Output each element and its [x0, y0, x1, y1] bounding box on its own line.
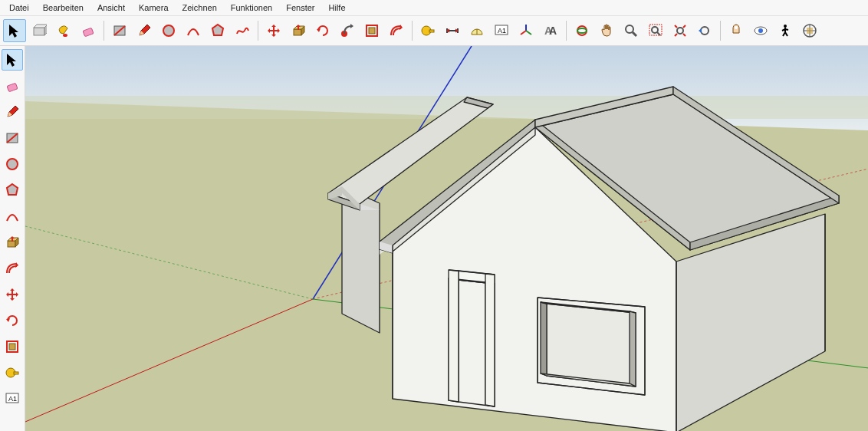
menu-bar: Datei Bearbeiten Ansicht Kamera Zeichnen…	[0, 0, 868, 16]
eraser-icon	[5, 78, 20, 94]
menu-datei[interactable]: Datei	[3, 2, 35, 14]
look-around[interactable]	[749, 19, 772, 42]
rotate-icon	[315, 23, 330, 38]
section-icon	[802, 23, 817, 38]
move-icon	[266, 23, 281, 38]
circle-tool[interactable]	[157, 19, 180, 42]
section-plane[interactable]	[798, 19, 821, 42]
eraser-tool[interactable]	[2, 75, 23, 97]
pan-tool[interactable]	[595, 19, 618, 42]
text-icon	[494, 23, 509, 38]
walk-tool[interactable]	[774, 19, 797, 42]
menu-fenster[interactable]: Fenster	[280, 2, 321, 14]
tape-measure-tool[interactable]	[2, 362, 23, 383]
toolbar-top	[0, 16, 868, 46]
eraser-icon	[81, 23, 96, 38]
scale-icon	[364, 23, 380, 38]
svg-marker-66	[630, 311, 636, 387]
orbit-tool[interactable]	[570, 19, 593, 42]
prevview-icon	[697, 23, 712, 38]
paint-bucket-tool[interactable]	[52, 19, 75, 42]
freehand-icon	[235, 23, 250, 38]
offset-tool[interactable]	[385, 19, 408, 42]
circle-tool[interactable]	[2, 153, 23, 175]
pushpull-icon	[5, 235, 20, 250]
paint-icon	[56, 23, 71, 38]
freehand-tool[interactable]	[231, 19, 254, 42]
svg-marker-60	[485, 274, 495, 406]
polygon-tool[interactable]	[2, 179, 23, 201]
move-icon	[5, 287, 20, 302]
arc-icon	[5, 209, 20, 224]
rotate-tool[interactable]	[311, 19, 334, 42]
followme-icon	[340, 23, 355, 38]
menu-kamera[interactable]: Kamera	[133, 2, 175, 14]
scale-tool[interactable]	[360, 19, 383, 42]
menu-zeichnen[interactable]: Zeichnen	[176, 2, 223, 14]
rect-diag-icon	[5, 130, 20, 146]
push-pull-tool[interactable]	[2, 232, 23, 253]
rotate-tool[interactable]	[2, 310, 23, 331]
toolbar-left	[0, 46, 25, 431]
svg-marker-63	[547, 304, 636, 387]
zoomwin-icon	[648, 23, 663, 38]
position-camera[interactable]	[725, 19, 748, 42]
pan-icon	[599, 23, 614, 38]
dimension-icon	[445, 23, 460, 38]
circle-red-icon	[161, 23, 176, 38]
follow-me-tool[interactable]	[336, 19, 359, 42]
line-tool[interactable]	[133, 19, 156, 42]
orbit-icon	[574, 23, 590, 38]
scale-tool[interactable]	[2, 336, 23, 357]
arc-tool[interactable]	[2, 206, 23, 227]
pencil-icon	[5, 104, 20, 120]
menu-hilfe[interactable]: Hilfe	[323, 2, 352, 14]
push-pull-tool[interactable]	[287, 19, 310, 42]
text-icon	[5, 391, 20, 406]
axes-tool[interactable]	[515, 19, 538, 42]
rotate-icon	[5, 313, 20, 328]
select-tool[interactable]	[3, 19, 26, 42]
protractor-tool[interactable]	[465, 19, 488, 42]
text-tool[interactable]	[490, 19, 513, 42]
offset-tool[interactable]	[2, 258, 23, 279]
pencil-icon	[136, 23, 152, 38]
3d-viewport[interactable]	[25, 46, 868, 431]
move-tool[interactable]	[262, 19, 285, 42]
polygon-icon	[210, 23, 225, 38]
dimension-tool[interactable]	[441, 19, 464, 42]
line-tool[interactable]	[2, 101, 23, 123]
walk-icon	[778, 23, 793, 38]
move-tool[interactable]	[2, 284, 23, 305]
menu-ansicht[interactable]: Ansicht	[91, 2, 131, 14]
zoom-icon	[623, 23, 639, 38]
zoom-window-tool[interactable]	[644, 19, 667, 42]
circle-red-icon	[5, 156, 20, 172]
menu-bearbeiten[interactable]: Bearbeiten	[37, 2, 90, 14]
toolbar-separator	[258, 21, 258, 41]
3d-text-tool[interactable]	[539, 19, 562, 42]
cursor-icon	[5, 52, 20, 67]
protractor-icon	[469, 23, 485, 38]
3dtext-icon	[543, 23, 558, 38]
previous-view[interactable]	[693, 19, 716, 42]
arc-icon	[186, 23, 201, 38]
rectangle-tool[interactable]	[108, 19, 131, 42]
menu-funktionen[interactable]: Funktionen	[225, 2, 278, 14]
select-tool[interactable]	[2, 49, 23, 71]
rect-diag-icon	[112, 23, 127, 38]
make-component[interactable]	[28, 19, 51, 42]
polygon-tool[interactable]	[206, 19, 229, 42]
arc-tool[interactable]	[182, 19, 205, 42]
zoom-tool[interactable]	[620, 19, 643, 42]
svg-marker-64	[541, 302, 547, 376]
toolbar-separator	[720, 21, 721, 41]
tape-measure-tool[interactable]	[416, 19, 439, 42]
pushpull-icon	[291, 23, 306, 38]
lookaround-icon	[753, 23, 768, 38]
eraser-tool[interactable]	[77, 19, 100, 42]
text-tool[interactable]	[2, 388, 23, 410]
rectangle-tool[interactable]	[2, 127, 23, 149]
svg-marker-59	[449, 270, 459, 402]
zoom-extents-tool[interactable]	[669, 19, 692, 42]
